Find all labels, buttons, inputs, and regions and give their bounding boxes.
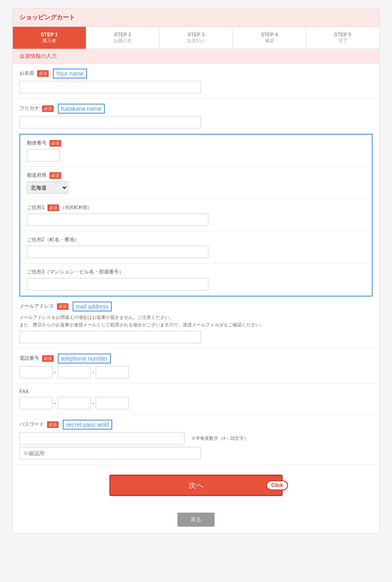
address1-row: ご住所1 必須 （市区町村部）: [20, 199, 372, 231]
fax-inputs: - -: [19, 397, 373, 409]
furigana-highlight: Katakana name: [58, 104, 105, 114]
step-2[interactable]: STEP 2 お届け先: [86, 27, 160, 49]
postal-row: 郵便番号 必須: [20, 135, 372, 167]
prefecture-label: 都道府県 必須: [27, 172, 365, 179]
address1-input[interactable]: [27, 214, 208, 226]
back-button[interactable]: 戻る: [177, 513, 215, 527]
fax-input-2[interactable]: [58, 397, 91, 409]
back-area: 戻る: [13, 506, 379, 533]
phone-required: 必須: [42, 355, 54, 362]
name-input[interactable]: [19, 81, 201, 93]
name-required: 必須: [37, 70, 49, 77]
email-row: メールアドレス 必須 mail address メールアドレスをお間違えの場合は…: [13, 297, 379, 349]
password-hint: ※半角英数字（4～20文字）: [191, 435, 248, 442]
address3-row: ご住所3（マンション・ビル名・部屋番号）: [20, 264, 372, 296]
fax-row: FAX - -: [13, 384, 379, 415]
name-row: お名前 必須 Your name: [13, 64, 379, 99]
prefecture-required: 必須: [50, 172, 61, 179]
prefecture-select[interactable]: 北海道 青森県 岩手県 宮城県: [27, 181, 68, 194]
furigana-input[interactable]: [19, 116, 201, 128]
phone-input-2[interactable]: [58, 366, 91, 378]
fax-label: FAX: [19, 389, 373, 394]
step-5[interactable]: STEP 5 完了: [306, 27, 379, 49]
password-confirm-wrapper: [19, 447, 373, 459]
phone-input-3[interactable]: [96, 366, 129, 378]
phone-row: 電話番号 必須 telephone number - -: [13, 349, 379, 384]
next-button[interactable]: 次へ Click: [109, 475, 283, 496]
name-label: お名前 必須 Your name: [19, 69, 373, 78]
address1-required: 必須: [47, 204, 59, 211]
furigana-required: 必須: [42, 105, 54, 112]
furigana-label: フリガナ 必須 Katakana name: [19, 104, 373, 114]
postal-label: 郵便番号 必須: [27, 140, 365, 147]
address2-label: ご住所2（町名・番地）: [27, 236, 365, 243]
address3-label: ご住所3（マンション・ビル名・部屋番号）: [27, 268, 365, 276]
prefecture-row: 都道府県 必須 北海道 青森県 岩手県 宮城県: [20, 167, 372, 199]
step-1[interactable]: STEP 1 購入者: [13, 27, 86, 49]
click-badge: Click: [266, 480, 288, 490]
password-required: 必須: [47, 421, 59, 428]
password-confirm-input[interactable]: [19, 447, 201, 459]
phone-label: 電話番号 必須 telephone number: [19, 354, 373, 363]
step-4[interactable]: STEP 4 確認: [233, 27, 306, 49]
address-group: 郵便番号 必須 都道府県 必須 北海道 青森県 岩手県 宮城県: [19, 134, 373, 297]
password-highlight: secret pass wold: [63, 420, 112, 430]
email-highlight: mail address: [73, 302, 112, 311]
email-note: メールアドレスをお間違えの場合はお返事が届きません。ご注意ください。また、弊店か…: [19, 314, 373, 328]
email-required: 必須: [57, 303, 68, 310]
password-row: パスワード 必須 secret pass wold ※半角英数字（4～20文字）: [13, 415, 379, 465]
step-3[interactable]: STEP 3 お支払い: [160, 27, 233, 49]
furigana-row: フリガナ 必須 Katakana name: [13, 99, 379, 134]
fax-input-3[interactable]: [96, 397, 129, 409]
password-label: パスワード 必須 secret pass wold: [19, 420, 373, 430]
section-title: 会員情報の入力: [13, 49, 379, 64]
phone-highlight: telephone number: [58, 354, 111, 363]
email-label: メールアドレス 必須 mail address: [19, 302, 373, 311]
postal-required: 必須: [50, 140, 61, 147]
password-input[interactable]: [19, 432, 184, 444]
address1-label: ご住所1 必須 （市区町村部）: [27, 204, 365, 211]
password-main-row: ※半角英数字（4～20文字）: [19, 432, 373, 444]
steps-bar: STEP 1 購入者 STEP 2 お届け先 STEP 3 お支払い STEP …: [13, 27, 379, 49]
phone-input-1[interactable]: [19, 366, 52, 378]
postal-input[interactable]: [27, 149, 60, 162]
phone-inputs: - -: [19, 366, 373, 378]
address3-input[interactable]: [27, 278, 208, 290]
address2-input[interactable]: [27, 246, 208, 258]
fax-input-1[interactable]: [19, 397, 52, 409]
page-title: ショッピングカート: [13, 9, 379, 27]
address2-row: ご住所2（町名・番地）: [20, 231, 372, 264]
member-form: お名前 必須 Your name フリガナ 必須 Katakana name 郵…: [13, 64, 379, 533]
name-highlight: Your name: [53, 69, 87, 78]
submit-area: 次へ Click: [13, 465, 379, 506]
email-input[interactable]: [19, 331, 201, 343]
